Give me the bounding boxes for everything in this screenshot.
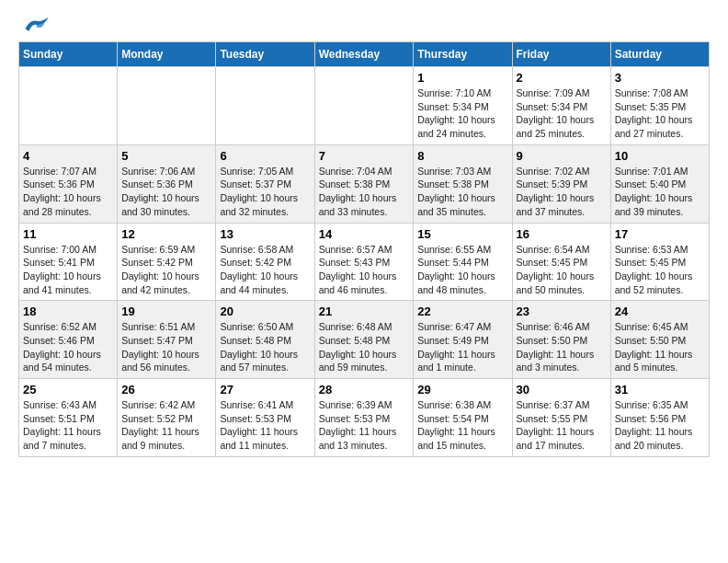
day-number: 24	[615, 304, 705, 318]
calendar-header-friday: Friday	[512, 42, 610, 67]
calendar-cell: 6Sunrise: 7:05 AMSunset: 5:37 PMDaylight…	[216, 144, 314, 223]
day-info: Sunrise: 7:03 AMSunset: 5:38 PMDaylight:…	[417, 165, 507, 219]
day-info: Sunrise: 6:35 AMSunset: 5:56 PMDaylight:…	[615, 398, 705, 453]
calendar-cell: 29Sunrise: 6:38 AMSunset: 5:54 PMDayligh…	[414, 379, 512, 457]
day-number: 19	[121, 304, 211, 318]
day-info: Sunrise: 7:08 AMSunset: 5:35 PMDaylight:…	[615, 86, 705, 141]
day-number: 2	[517, 71, 607, 85]
calendar-cell: 9Sunrise: 7:02 AMSunset: 5:39 PMDaylight…	[512, 144, 610, 223]
calendar-cell: 11Sunrise: 7:00 AMSunset: 5:41 PMDayligh…	[19, 223, 118, 301]
day-info: Sunrise: 7:09 AMSunset: 5:34 PMDaylight:…	[517, 86, 607, 141]
calendar-week-row: 18Sunrise: 6:52 AMSunset: 5:46 PMDayligh…	[19, 301, 710, 379]
calendar-cell	[314, 67, 414, 145]
calendar-cell: 28Sunrise: 6:39 AMSunset: 5:53 PMDayligh…	[314, 379, 414, 457]
day-info: Sunrise: 6:47 AMSunset: 5:49 PMDaylight:…	[417, 320, 507, 374]
calendar-cell: 3Sunrise: 7:08 AMSunset: 5:35 PMDaylight…	[610, 67, 709, 145]
calendar-cell: 15Sunrise: 6:55 AMSunset: 5:44 PMDayligh…	[414, 223, 512, 301]
day-number: 23	[517, 304, 607, 318]
day-number: 9	[517, 149, 607, 163]
calendar-cell: 23Sunrise: 6:46 AMSunset: 5:50 PMDayligh…	[512, 301, 610, 379]
day-number: 31	[615, 383, 705, 396]
day-number: 6	[220, 149, 310, 163]
calendar-cell: 27Sunrise: 6:41 AMSunset: 5:53 PMDayligh…	[216, 379, 314, 457]
day-info: Sunrise: 7:04 AMSunset: 5:38 PMDaylight:…	[319, 165, 410, 219]
day-number: 28	[319, 383, 410, 396]
calendar-cell	[118, 67, 216, 145]
day-number: 1	[417, 71, 507, 85]
day-number: 4	[23, 149, 113, 163]
header	[18, 15, 710, 34]
day-info: Sunrise: 6:37 AMSunset: 5:55 PMDaylight:…	[517, 398, 607, 453]
calendar-cell: 4Sunrise: 7:07 AMSunset: 5:36 PMDaylight…	[19, 144, 118, 223]
day-info: Sunrise: 6:42 AMSunset: 5:52 PMDaylight:…	[121, 398, 211, 453]
day-info: Sunrise: 7:00 AMSunset: 5:41 PMDaylight:…	[23, 243, 113, 297]
day-number: 26	[121, 383, 211, 396]
day-number: 27	[220, 383, 310, 396]
day-number: 29	[417, 383, 507, 396]
calendar-cell	[216, 67, 314, 145]
day-number: 12	[121, 227, 211, 241]
day-info: Sunrise: 6:58 AMSunset: 5:42 PMDaylight:…	[220, 243, 310, 297]
day-number: 8	[417, 149, 507, 163]
day-info: Sunrise: 6:50 AMSunset: 5:48 PMDaylight:…	[220, 320, 310, 374]
day-number: 3	[615, 71, 705, 85]
day-number: 22	[417, 304, 507, 318]
day-number: 13	[220, 227, 310, 241]
calendar-cell: 14Sunrise: 6:57 AMSunset: 5:43 PMDayligh…	[314, 223, 414, 301]
calendar-cell: 12Sunrise: 6:59 AMSunset: 5:42 PMDayligh…	[118, 223, 216, 301]
calendar-week-row: 4Sunrise: 7:07 AMSunset: 5:36 PMDaylight…	[19, 144, 710, 223]
calendar-cell	[19, 67, 118, 145]
day-info: Sunrise: 6:41 AMSunset: 5:53 PMDaylight:…	[220, 398, 310, 453]
calendar-cell: 19Sunrise: 6:51 AMSunset: 5:47 PMDayligh…	[118, 301, 216, 379]
calendar-cell: 8Sunrise: 7:03 AMSunset: 5:38 PMDaylight…	[414, 144, 512, 223]
day-number: 15	[417, 227, 507, 241]
calendar-cell: 10Sunrise: 7:01 AMSunset: 5:40 PMDayligh…	[610, 144, 709, 223]
day-info: Sunrise: 6:43 AMSunset: 5:51 PMDaylight:…	[23, 398, 113, 453]
calendar-cell: 7Sunrise: 7:04 AMSunset: 5:38 PMDaylight…	[314, 144, 414, 223]
day-number: 18	[23, 304, 113, 318]
day-number: 20	[220, 304, 310, 318]
calendar-cell: 31Sunrise: 6:35 AMSunset: 5:56 PMDayligh…	[610, 379, 709, 457]
day-info: Sunrise: 6:59 AMSunset: 5:42 PMDaylight:…	[121, 243, 211, 297]
day-info: Sunrise: 6:45 AMSunset: 5:50 PMDaylight:…	[615, 320, 705, 374]
day-number: 11	[23, 227, 113, 241]
logo-bird-icon	[24, 16, 50, 34]
calendar-cell: 21Sunrise: 6:48 AMSunset: 5:48 PMDayligh…	[314, 301, 414, 379]
day-info: Sunrise: 7:07 AMSunset: 5:36 PMDaylight:…	[23, 165, 113, 219]
day-number: 30	[517, 383, 607, 396]
day-info: Sunrise: 6:38 AMSunset: 5:54 PMDaylight:…	[417, 398, 507, 453]
day-info: Sunrise: 7:05 AMSunset: 5:37 PMDaylight:…	[220, 165, 310, 219]
calendar-cell: 25Sunrise: 6:43 AMSunset: 5:51 PMDayligh…	[19, 379, 118, 457]
calendar-header-thursday: Thursday	[414, 42, 512, 67]
calendar-cell: 22Sunrise: 6:47 AMSunset: 5:49 PMDayligh…	[414, 301, 512, 379]
day-info: Sunrise: 7:06 AMSunset: 5:36 PMDaylight:…	[121, 165, 211, 219]
day-info: Sunrise: 6:39 AMSunset: 5:53 PMDaylight:…	[319, 398, 410, 453]
calendar-cell: 20Sunrise: 6:50 AMSunset: 5:48 PMDayligh…	[216, 301, 314, 379]
day-info: Sunrise: 7:10 AMSunset: 5:34 PMDaylight:…	[417, 86, 507, 141]
calendar-cell: 26Sunrise: 6:42 AMSunset: 5:52 PMDayligh…	[118, 379, 216, 457]
logo	[18, 15, 50, 34]
day-number: 5	[121, 149, 211, 163]
calendar-header-row: SundayMondayTuesdayWednesdayThursdayFrid…	[19, 42, 710, 67]
day-info: Sunrise: 6:46 AMSunset: 5:50 PMDaylight:…	[517, 320, 607, 374]
day-info: Sunrise: 6:57 AMSunset: 5:43 PMDaylight:…	[319, 243, 410, 297]
day-info: Sunrise: 6:54 AMSunset: 5:45 PMDaylight:…	[517, 243, 607, 297]
day-number: 17	[615, 227, 705, 241]
calendar-header-wednesday: Wednesday	[314, 42, 414, 67]
calendar-table: SundayMondayTuesdayWednesdayThursdayFrid…	[18, 41, 710, 457]
calendar-cell: 30Sunrise: 6:37 AMSunset: 5:55 PMDayligh…	[512, 379, 610, 457]
calendar-cell: 2Sunrise: 7:09 AMSunset: 5:34 PMDaylight…	[512, 67, 610, 145]
day-info: Sunrise: 7:01 AMSunset: 5:40 PMDaylight:…	[615, 165, 705, 219]
calendar-cell: 18Sunrise: 6:52 AMSunset: 5:46 PMDayligh…	[19, 301, 118, 379]
day-info: Sunrise: 6:52 AMSunset: 5:46 PMDaylight:…	[23, 320, 113, 374]
calendar-week-row: 11Sunrise: 7:00 AMSunset: 5:41 PMDayligh…	[19, 223, 710, 301]
calendar-cell: 1Sunrise: 7:10 AMSunset: 5:34 PMDaylight…	[414, 67, 512, 145]
calendar-cell: 13Sunrise: 6:58 AMSunset: 5:42 PMDayligh…	[216, 223, 314, 301]
day-info: Sunrise: 6:53 AMSunset: 5:45 PMDaylight:…	[615, 243, 705, 297]
calendar-header-saturday: Saturday	[610, 42, 709, 67]
day-info: Sunrise: 6:51 AMSunset: 5:47 PMDaylight:…	[121, 320, 211, 374]
day-info: Sunrise: 6:55 AMSunset: 5:44 PMDaylight:…	[417, 243, 507, 297]
day-number: 7	[319, 149, 410, 163]
calendar-week-row: 25Sunrise: 6:43 AMSunset: 5:51 PMDayligh…	[19, 379, 710, 457]
day-number: 25	[23, 383, 113, 396]
